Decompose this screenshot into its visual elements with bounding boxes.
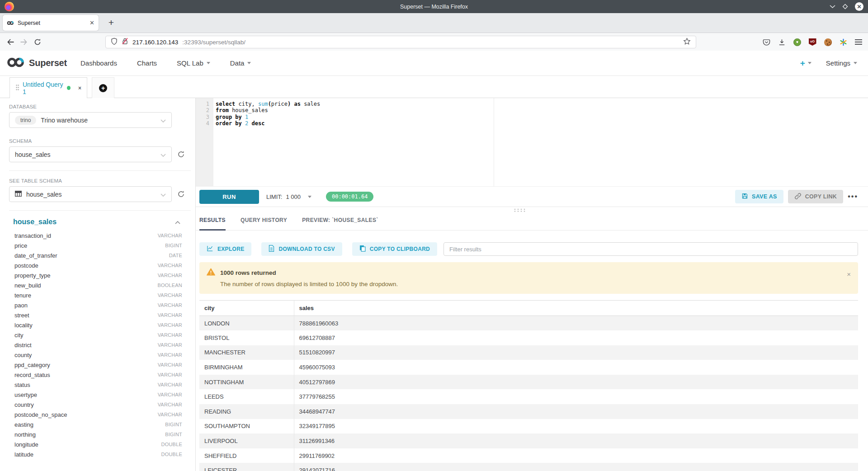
column-row[interactable]: countryVARCHAR: [14, 400, 182, 410]
column-row[interactable]: districtVARCHAR: [14, 340, 182, 350]
save-as-button[interactable]: SAVE AS: [735, 190, 783, 203]
tab-close-icon[interactable]: ✕: [90, 19, 94, 26]
column-row[interactable]: countyVARCHAR: [14, 350, 182, 360]
column-type: BIGINT: [165, 432, 182, 437]
privacy-badger-icon[interactable]: [793, 38, 801, 46]
column-row[interactable]: postcodeVARCHAR: [14, 260, 182, 270]
run-button[interactable]: RUN: [199, 190, 259, 204]
column-row[interactable]: paonVARCHAR: [14, 300, 182, 310]
column-row[interactable]: usertypeVARCHAR: [14, 390, 182, 400]
maximize-icon[interactable]: [842, 4, 848, 9]
column-row[interactable]: postcode_no_spaceVARCHAR: [14, 410, 182, 419]
result-tab-preview[interactable]: PREVIEW: `HOUSE_SALES`: [302, 217, 378, 231]
table-row[interactable]: NOTTINGHAM40512797869: [199, 375, 858, 390]
add-query-tab-button[interactable]: +: [92, 77, 114, 98]
chevron-up-icon[interactable]: [175, 218, 180, 226]
browser-tab[interactable]: Superset ✕: [3, 15, 99, 31]
table-select[interactable]: house_sales: [9, 186, 172, 202]
nav-item-dashboards[interactable]: Dashboards: [80, 59, 117, 67]
copy-link-button[interactable]: COPY LINK: [788, 190, 844, 203]
color-asterisk-icon[interactable]: [839, 38, 847, 46]
cookie-icon[interactable]: [824, 38, 832, 46]
pocket-icon[interactable]: [762, 38, 770, 46]
ublock-icon[interactable]: uO: [808, 38, 816, 46]
table-schema-label: SEE TABLE SCHEMA: [9, 178, 195, 184]
table-row[interactable]: LEEDS37779768255: [199, 389, 858, 404]
query-tab[interactable]: Untitled Query 1 ×: [9, 77, 87, 98]
table-row[interactable]: LEICESTER29142071716: [199, 463, 858, 471]
nav-item-charts[interactable]: Charts: [137, 59, 157, 67]
chart-line-icon: [207, 245, 213, 253]
column-row[interactable]: priceBIGINT: [14, 240, 182, 250]
column-row[interactable]: date_of_transferDATE: [14, 250, 182, 260]
table-row[interactable]: READING34468947747: [199, 404, 858, 419]
refresh-schemas-icon[interactable]: [177, 151, 185, 158]
table-cell: 31126991346: [294, 433, 858, 448]
table-row[interactable]: BIRMINGHAM45960075093: [199, 360, 858, 375]
table-row[interactable]: SHEFFIELD29911769902: [199, 448, 858, 463]
refresh-tables-icon[interactable]: [177, 190, 185, 198]
query-tab-close-icon[interactable]: ×: [78, 85, 81, 91]
column-row[interactable]: northingBIGINT: [14, 429, 182, 439]
query-tab-title: Untitled Query 1: [23, 81, 63, 95]
column-row[interactable]: statusVARCHAR: [14, 380, 182, 390]
close-icon[interactable]: ✕: [855, 2, 863, 11]
minimize-icon[interactable]: [830, 5, 835, 9]
database-select[interactable]: trino Trino warehouse: [9, 112, 172, 128]
url-bar[interactable]: 217.160.120.143:32393/superset/sqllab/: [105, 36, 696, 48]
download-to-csv-button[interactable]: DOWNLOAD TO CSV: [261, 242, 342, 256]
bookmark-star-icon[interactable]: [683, 38, 691, 47]
column-row[interactable]: record_statusVARCHAR: [14, 370, 182, 380]
column-row[interactable]: eastingBIGINT: [14, 419, 182, 429]
table-row[interactable]: SOUTHAMPTON32349177895: [199, 419, 858, 434]
nav-item-sql-lab[interactable]: SQL Lab: [177, 59, 210, 67]
database-value: Trino warehouse: [41, 117, 88, 124]
results-col-header[interactable]: sales: [294, 301, 858, 316]
firefox-logo-icon: [5, 2, 14, 11]
table-row[interactable]: MANCHESTER51510820997: [199, 345, 858, 360]
column-row[interactable]: longitudeDOUBLE: [14, 439, 182, 449]
result-tab-query-history[interactable]: QUERY HISTORY: [241, 217, 287, 231]
settings-menu[interactable]: Settings: [826, 59, 857, 67]
forward-icon[interactable]: [17, 35, 31, 49]
editor-code[interactable]: select city, sum(price) as salesfrom hou…: [213, 98, 868, 186]
column-row[interactable]: streetVARCHAR: [14, 310, 182, 320]
schema-select[interactable]: house_sales: [9, 146, 172, 162]
alert-close-icon[interactable]: ×: [847, 270, 851, 278]
limit-dropdown[interactable]: LIMIT: 1 000: [266, 193, 311, 200]
column-row[interactable]: tenureVARCHAR: [14, 290, 182, 300]
results-table[interactable]: citysales LONDON788861960063BRISTOL69612…: [199, 300, 858, 471]
column-name: street: [14, 312, 29, 319]
column-row[interactable]: transaction_idVARCHAR: [14, 231, 182, 240]
reload-icon[interactable]: [31, 35, 44, 49]
sql-editor[interactable]: 1234 select city, sum(price) as salesfro…: [196, 98, 868, 186]
column-row[interactable]: localityVARCHAR: [14, 320, 182, 330]
table-name-heading[interactable]: house_sales: [13, 218, 57, 226]
new-tab-button[interactable]: +: [105, 16, 118, 29]
lock-insecure-icon[interactable]: [122, 38, 128, 47]
column-row[interactable]: latitudeDOUBLE: [14, 449, 182, 459]
column-row[interactable]: cityVARCHAR: [14, 330, 182, 340]
add-new-button[interactable]: +: [800, 59, 811, 67]
shield-icon[interactable]: [111, 38, 118, 47]
more-actions-button[interactable]: •••: [848, 193, 858, 201]
column-type: VARCHAR: [158, 263, 182, 268]
column-row[interactable]: property_typeVARCHAR: [14, 270, 182, 280]
superset-brand[interactable]: Superset: [6, 57, 67, 70]
menu-icon[interactable]: [854, 38, 863, 46]
result-tab-results[interactable]: RESULTS: [199, 217, 226, 231]
pane-resize-handle[interactable]: [514, 206, 525, 214]
column-row[interactable]: new_buildBOOLEAN: [14, 280, 182, 290]
nav-item-data[interactable]: Data: [230, 59, 251, 67]
explore-button[interactable]: EXPLORE: [199, 242, 251, 256]
table-row[interactable]: BRISTOL69612708887: [199, 330, 858, 345]
copy-to-clipboard-button[interactable]: COPY TO CLIPBOARD: [352, 242, 437, 256]
table-row[interactable]: LIVERPOOL31126991346: [199, 433, 858, 448]
drag-handle-icon[interactable]: [16, 84, 19, 92]
back-icon[interactable]: [4, 35, 17, 49]
table-row[interactable]: LONDON788861960063: [199, 316, 858, 331]
download-icon[interactable]: [778, 38, 786, 46]
column-row[interactable]: ppd_categoryVARCHAR: [14, 360, 182, 370]
filter-results-input[interactable]: [443, 242, 858, 256]
results-col-header[interactable]: city: [199, 301, 294, 316]
